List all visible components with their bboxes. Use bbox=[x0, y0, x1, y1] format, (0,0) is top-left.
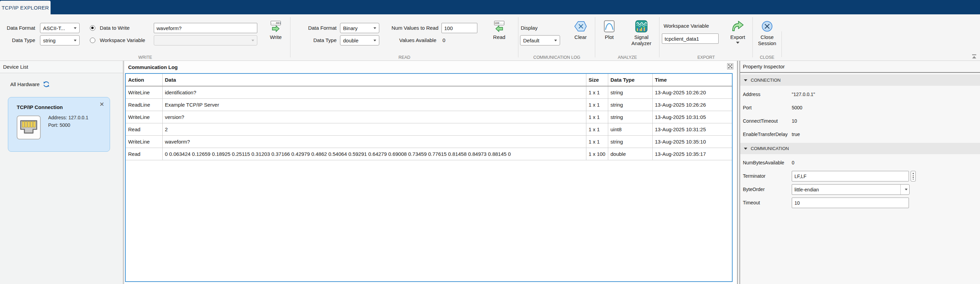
minimize-ribbon-button[interactable] bbox=[971, 54, 977, 59]
byte-order-value: little-endian bbox=[792, 187, 900, 192]
plot-icon bbox=[604, 20, 615, 32]
table-cell: WriteLine bbox=[126, 86, 162, 99]
clear-button[interactable]: Clear bbox=[570, 18, 592, 57]
table-row[interactable]: Read21 x 1uint813-Aug-2025 10:31:25 bbox=[126, 123, 732, 135]
signal-analyzer-icon bbox=[635, 20, 648, 32]
communication-log-table-container[interactable]: Action Data Size Data Type Time WriteLin… bbox=[125, 73, 733, 282]
export-workspace-variable-label: Workspace Variable bbox=[663, 22, 709, 30]
green-arrow-left-icon bbox=[495, 25, 503, 32]
read-data-type-value: double bbox=[343, 38, 371, 43]
values-available-value: 0 bbox=[442, 35, 445, 45]
chevron-down-icon bbox=[374, 40, 376, 41]
table-cell: ReadLine bbox=[126, 99, 162, 111]
data-to-write-label: Data to Write bbox=[100, 23, 129, 33]
tab-strip: TCP/IP EXPLORER bbox=[0, 0, 980, 14]
table-cell: identification? bbox=[162, 86, 586, 99]
tab-tcpip-explorer[interactable]: TCP/IP EXPLORER bbox=[0, 1, 51, 14]
table-row[interactable]: Read0 0.063424 0.12659 0.18925 0.25115 0… bbox=[126, 148, 732, 160]
green-arrow-right-icon bbox=[272, 25, 280, 32]
export-section-label: EXPORT bbox=[660, 55, 753, 60]
table-cell: 2 bbox=[162, 123, 586, 135]
num-values-to-read-input[interactable] bbox=[441, 23, 477, 33]
close-icon[interactable]: ✕ bbox=[98, 101, 106, 108]
table-cell: 1 x 100 bbox=[586, 148, 608, 160]
column-header-data-type[interactable]: Data Type bbox=[608, 74, 652, 86]
toolbar-section-export: Workspace Variable Export EXPORT bbox=[660, 14, 753, 61]
export-workspace-variable-input[interactable] bbox=[662, 34, 719, 44]
table-row[interactable]: WriteLineidentification?1 x 1string13-Au… bbox=[126, 86, 732, 99]
property-value: 0 bbox=[792, 156, 794, 169]
table-row[interactable]: WriteLineversion?1 x 1string13-Aug-2025 … bbox=[126, 111, 732, 123]
column-header-time[interactable]: Time bbox=[652, 74, 732, 86]
read-data-format-dropdown[interactable]: Binary bbox=[340, 23, 379, 33]
close-session-button[interactable]: Close Session bbox=[756, 18, 779, 57]
table-cell: string bbox=[608, 99, 652, 111]
byte-order-dropdown[interactable]: little-endian bbox=[792, 184, 910, 195]
clear-button-label: Clear bbox=[574, 34, 587, 40]
property-label: NumBytesAvailable bbox=[743, 156, 784, 169]
read-button[interactable]: 100... Read bbox=[488, 18, 511, 57]
property-row-address: Address "127.0.0.1" bbox=[740, 88, 980, 101]
dropdown-button[interactable] bbox=[900, 185, 909, 195]
panel-splitter-right[interactable] bbox=[737, 61, 740, 284]
table-cell: 1 x 1 bbox=[586, 86, 608, 99]
export-button[interactable]: Export bbox=[727, 18, 748, 57]
close-session-icon bbox=[761, 21, 773, 32]
table-cell: double bbox=[608, 148, 652, 160]
property-value: 5000 bbox=[792, 101, 802, 115]
toolbar-section-write: Data Format ASCII-T... Data Type string … bbox=[0, 14, 290, 61]
refresh-icon[interactable] bbox=[43, 81, 50, 88]
data-to-write-radio[interactable] bbox=[90, 25, 95, 31]
table-cell: 13-Aug-2025 10:35:10 bbox=[652, 135, 732, 148]
display-dropdown[interactable]: Default bbox=[520, 35, 560, 45]
read-data-type-dropdown[interactable]: double bbox=[340, 35, 379, 45]
export-icon bbox=[731, 21, 744, 32]
terminator-input[interactable] bbox=[792, 171, 909, 182]
device-card-tcpip-connection[interactable]: TCP/IP Connection ✕ Address: 127.0.0.1 P… bbox=[8, 97, 110, 152]
chevron-down-icon bbox=[744, 79, 747, 81]
signal-analyzer-button[interactable]: Signal Analyzer bbox=[627, 18, 656, 57]
table-row[interactable]: WriteLinewaveform?1 x 1string13-Aug-2025… bbox=[126, 135, 732, 148]
property-value: "127.0.0.1" bbox=[792, 88, 815, 101]
table-cell: uint8 bbox=[608, 123, 652, 135]
read-data-format-value: Binary bbox=[343, 25, 371, 31]
write-data-type-label: Data Type bbox=[3, 35, 35, 45]
communication-log-panel: Communication Log bbox=[124, 61, 737, 284]
chevron-down-icon bbox=[251, 40, 254, 41]
table-cell: version? bbox=[162, 111, 586, 123]
plot-button[interactable]: Plot bbox=[600, 18, 619, 57]
write-icon-tag: ...001 bbox=[270, 21, 281, 25]
workspace-variable-dropdown[interactable] bbox=[154, 35, 257, 45]
property-label: Address bbox=[743, 88, 760, 101]
expand-icon[interactable] bbox=[727, 63, 733, 69]
data-to-write-input[interactable] bbox=[154, 23, 257, 33]
read-icon-tag: 100... bbox=[494, 21, 504, 25]
property-label: ConnectTimeout bbox=[743, 115, 778, 128]
write-icon: ...001 bbox=[270, 21, 281, 32]
chevron-down-icon bbox=[74, 40, 76, 41]
property-row-connect-timeout: ConnectTimeout 10 bbox=[740, 115, 980, 128]
column-header-data[interactable]: Data bbox=[162, 74, 586, 86]
chevron-down-icon bbox=[736, 42, 740, 44]
column-header-action[interactable]: Action bbox=[126, 74, 162, 86]
write-data-format-dropdown[interactable]: ASCII-T... bbox=[40, 23, 80, 33]
table-cell: WriteLine bbox=[126, 111, 162, 123]
column-header-size[interactable]: Size bbox=[586, 74, 608, 86]
values-available-label: Values Available bbox=[377, 35, 436, 45]
table-cell: string bbox=[608, 111, 652, 123]
table-row[interactable]: ReadLineExample TCP/IP Server1 x 1string… bbox=[126, 99, 732, 111]
table-cell: 1 x 1 bbox=[586, 135, 608, 148]
communication-log-section-label: COMMUNICATION LOG bbox=[519, 55, 595, 60]
write-button[interactable]: ...001 Write bbox=[264, 18, 288, 57]
section-header-communication[interactable]: COMMUNICATION bbox=[740, 143, 980, 154]
section-header-label: COMMUNICATION bbox=[751, 146, 789, 151]
workspace-variable-radio[interactable] bbox=[90, 38, 95, 43]
section-header-connection[interactable]: CONNECTION bbox=[740, 75, 980, 86]
communication-log-table: Action Data Size Data Type Time WriteLin… bbox=[126, 74, 732, 160]
terminator-options-button[interactable] bbox=[911, 171, 916, 182]
table-cell: string bbox=[608, 135, 652, 148]
section-header-label: CONNECTION bbox=[751, 78, 780, 83]
write-data-type-dropdown[interactable]: string bbox=[40, 35, 80, 45]
timeout-input[interactable] bbox=[792, 198, 909, 208]
property-label: ByteOrder bbox=[743, 183, 765, 196]
